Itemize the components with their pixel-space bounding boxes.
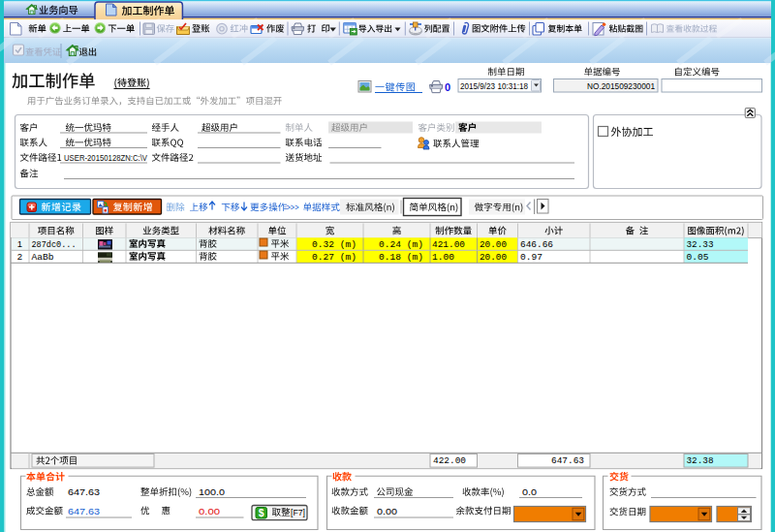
- svg-text:0.27 (m): 0.27 (m): [312, 252, 356, 263]
- svg-text:1: 1: [17, 238, 22, 249]
- svg-text:287dc0...: 287dc0...: [32, 239, 77, 250]
- svg-text:32.38: 32.38: [687, 455, 714, 466]
- svg-text:0.05: 0.05: [687, 252, 709, 263]
- svg-text:0.24 (m): 0.24 (m): [379, 239, 423, 250]
- svg-text:0.00: 0.00: [377, 506, 397, 516]
- svg-text:0.97: 0.97: [520, 252, 542, 263]
- svg-text:[F7]: [F7]: [291, 508, 305, 517]
- svg-text:AaBb: AaBb: [32, 252, 54, 263]
- svg-text:0.32 (m): 0.32 (m): [312, 239, 356, 250]
- svg-text:2: 2: [17, 251, 22, 262]
- svg-text:20.00: 20.00: [480, 252, 507, 263]
- svg-text:422.00: 422.00: [433, 455, 466, 466]
- svg-text:646.66: 646.66: [520, 239, 553, 250]
- svg-text:$: $: [259, 507, 264, 518]
- svg-text:647.63: 647.63: [68, 486, 100, 497]
- svg-text:20.00: 20.00: [480, 239, 507, 250]
- svg-text:647.63: 647.63: [68, 506, 100, 516]
- svg-text:421.00: 421.00: [432, 239, 465, 250]
- svg-text:0.00: 0.00: [199, 506, 220, 516]
- svg-text:NO.201509230001: NO.201509230001: [587, 81, 655, 91]
- svg-text:>>>: >>>: [287, 202, 299, 212]
- svg-text:100.0: 100.0: [199, 486, 225, 497]
- svg-text:0: 0: [445, 81, 450, 93]
- svg-text:647.63: 647.63: [551, 455, 584, 466]
- svg-text:2015/9/23 10:31:18: 2015/9/23 10:31:18: [460, 81, 528, 91]
- svg-text:0.18 (m): 0.18 (m): [379, 252, 423, 263]
- svg-text:0.0: 0.0: [522, 486, 537, 497]
- svg-text:1.00: 1.00: [432, 252, 454, 263]
- svg-text:32.33: 32.33: [687, 239, 714, 250]
- svg-text:USER-20150128ZN:C:\V: USER-20150128ZN:C:\V: [64, 153, 148, 163]
